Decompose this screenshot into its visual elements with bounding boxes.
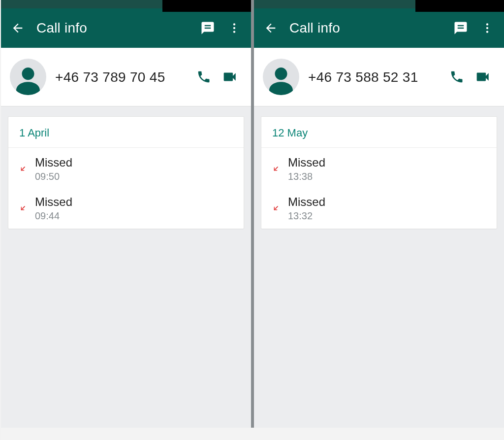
status-redaction <box>415 0 504 12</box>
more-button[interactable] <box>222 16 246 40</box>
toolbar-title: Call info <box>289 20 449 36</box>
svg-point-5 <box>486 31 488 33</box>
video-icon <box>221 68 238 85</box>
call-entry[interactable]: Missed 09:44 <box>8 189 244 229</box>
voice-call-button[interactable] <box>444 64 470 90</box>
more-button[interactable] <box>475 16 499 40</box>
pane-left: Call info +46 73 789 70 45 <box>1 0 251 428</box>
avatar[interactable] <box>10 59 46 95</box>
toolbar-title: Call info <box>36 20 196 36</box>
call-entry[interactable]: Missed 09:50 <box>8 148 244 189</box>
video-call-button[interactable] <box>470 64 495 90</box>
call-time: 13:32 <box>288 210 487 222</box>
chat-button[interactable] <box>449 16 472 40</box>
contact-header: +46 73 588 52 31 <box>254 48 504 106</box>
svg-point-3 <box>486 23 488 25</box>
svg-point-1 <box>233 27 235 29</box>
chat-icon <box>200 21 215 35</box>
call-time: 09:44 <box>35 210 234 222</box>
call-status: Missed <box>35 195 234 209</box>
phone-icon <box>196 69 211 84</box>
arrow-back-icon <box>264 21 278 35</box>
calls-card: 12 May Missed 13:38 Missed <box>261 116 497 229</box>
content-area: 1 April Missed 09:50 Missed <box>1 106 251 428</box>
missed-call-in-icon <box>17 203 28 214</box>
call-entry[interactable]: Missed 13:38 <box>261 148 497 189</box>
missed-call-in-icon <box>270 164 281 174</box>
svg-point-0 <box>233 23 235 25</box>
call-time: 09:50 <box>35 171 234 182</box>
video-call-button[interactable] <box>217 64 242 90</box>
video-icon <box>474 68 491 85</box>
person-icon <box>12 64 44 95</box>
chat-icon <box>453 21 468 35</box>
call-time: 13:38 <box>288 171 487 182</box>
missed-call-in-icon <box>17 164 28 174</box>
date-header: 1 April <box>8 117 244 148</box>
svg-point-4 <box>486 27 488 29</box>
more-vert-icon <box>228 22 241 34</box>
side-by-side-container: Call info +46 73 789 70 45 <box>0 0 504 440</box>
contact-phone: +46 73 789 70 45 <box>55 68 188 86</box>
call-status: Missed <box>35 156 234 170</box>
missed-call-in-icon <box>270 203 281 214</box>
voice-call-button[interactable] <box>191 64 217 90</box>
person-icon <box>265 64 297 95</box>
phone-icon <box>449 69 464 84</box>
status-redaction <box>162 0 251 12</box>
more-vert-icon <box>481 22 494 34</box>
back-button[interactable] <box>8 18 28 38</box>
content-area: 12 May Missed 13:38 Missed <box>254 106 504 428</box>
arrow-back-icon <box>11 21 25 35</box>
call-status: Missed <box>288 156 487 170</box>
chat-button[interactable] <box>196 16 220 40</box>
calls-card: 1 April Missed 09:50 Missed <box>8 116 244 229</box>
call-status: Missed <box>288 195 487 209</box>
svg-point-2 <box>233 31 235 33</box>
avatar[interactable] <box>263 59 299 95</box>
contact-phone: +46 73 588 52 31 <box>308 68 441 86</box>
call-entry[interactable]: Missed 13:32 <box>261 189 497 229</box>
back-button[interactable] <box>261 18 281 38</box>
app-toolbar: Call info <box>1 8 251 48</box>
app-toolbar: Call info <box>254 8 504 48</box>
date-header: 12 May <box>261 117 497 148</box>
pane-right: Call info +46 73 588 52 31 <box>254 0 504 428</box>
contact-header: +46 73 789 70 45 <box>1 48 251 106</box>
